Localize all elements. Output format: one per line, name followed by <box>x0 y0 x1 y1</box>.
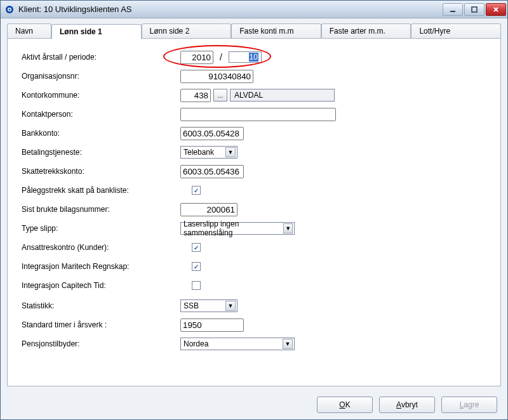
chevron-down-icon: ▼ <box>225 301 236 311</box>
tab-lott-hyre[interactable]: Lott/Hyre <box>411 23 501 38</box>
minimize-button[interactable] <box>443 3 463 16</box>
maximize-button[interactable] <box>464 3 485 16</box>
std-timer-input[interactable] <box>180 318 244 332</box>
type-slipp-value: Laserslipp ingen sammenslåing <box>184 220 281 237</box>
int-maritech-checkbox[interactable]: ✓ <box>192 262 201 271</box>
kontaktperson-input[interactable] <box>180 108 336 121</box>
kontorkommune-name: ALVDAL <box>230 89 335 102</box>
content-area: Navn Lønn side 1 Lønn side 2 Faste konti… <box>1 18 507 419</box>
statistikk-select[interactable]: SSB ▼ <box>180 299 237 312</box>
bankkonto-label: Bankkonto: <box>22 129 180 138</box>
window-controls <box>443 3 506 16</box>
tab-lonn-side-2[interactable]: Lønn side 2 <box>142 23 232 38</box>
type-slipp-select[interactable]: Laserslipp ingen sammenslåing ▼ <box>180 222 295 235</box>
betalingstjeneste-value: Telebank <box>184 148 214 157</box>
skattetrekkskonto-label: Skattetrekkskonto: <box>22 167 180 176</box>
bankkonto-input[interactable] <box>180 127 244 140</box>
pensjon-value: Nordea <box>184 339 208 348</box>
ansattreskontro-label: Ansattreskontro (Kunder): <box>22 243 192 252</box>
tab-faste-arter[interactable]: Faste arter m.m. <box>321 23 411 38</box>
dialog-buttons: OK Avbryt Lagre <box>1 391 507 419</box>
svg-rect-4 <box>472 7 477 12</box>
kontorkommune-lookup-button[interactable]: ... <box>213 89 227 102</box>
close-button[interactable] <box>486 3 506 16</box>
period-separator: / <box>216 52 226 62</box>
kontaktperson-label: Kontaktperson: <box>22 110 180 119</box>
aktivt-year-input[interactable] <box>180 51 213 64</box>
type-slipp-label: Type slipp: <box>22 224 180 233</box>
kontorkommune-code-input[interactable] <box>180 89 211 102</box>
app-icon <box>4 4 15 15</box>
titlebar: Klient: 10 Utviklingsklienten AS <box>1 1 507 18</box>
orgnr-input[interactable] <box>180 70 253 83</box>
statistikk-value: SSB <box>184 301 199 310</box>
pensjon-select[interactable]: Nordea ▼ <box>180 338 295 350</box>
chevron-down-icon: ▼ <box>283 339 293 349</box>
window-title: Klient: 10 Utviklingsklienten AS <box>18 4 443 14</box>
betalingstjeneste-select[interactable]: Telebank ▼ <box>180 146 237 159</box>
orgnr-label: Organisasjonsnr: <box>22 72 180 81</box>
bilagsnr-label: Sist brukte bilagsnummer: <box>22 205 180 214</box>
pensjon-label: Pensjonstilbyder: <box>22 339 180 348</box>
avbryt-button[interactable]: Avbryt <box>379 397 435 413</box>
lagre-button[interactable]: Lagre <box>441 397 497 413</box>
aktivt-period-input[interactable]: 10 <box>229 51 262 63</box>
tab-navn[interactable]: Navn <box>7 23 51 38</box>
int-capitech-label: Integrasjon Capitech Tid: <box>22 281 192 290</box>
betalingstjeneste-label: Betalingstjeneste: <box>22 148 180 157</box>
int-maritech-label: Integrasjon Maritech Regnskap: <box>22 262 192 271</box>
ok-button[interactable]: OK <box>317 397 373 413</box>
tab-lonn-side-1[interactable]: Lønn side 1 <box>51 24 142 39</box>
dialog-window: Klient: 10 Utviklingsklienten AS Navn Lø… <box>0 0 508 420</box>
paleggstrekk-checkbox[interactable]: ✓ <box>192 186 201 195</box>
tab-faste-konti[interactable]: Faste konti m.m <box>231 23 321 38</box>
form-panel: Aktivt årstall / periode: / 10 Organisas… <box>7 38 501 386</box>
aktivt-label: Aktivt årstall / periode: <box>22 53 180 62</box>
skattetrekkskonto-input[interactable] <box>180 165 244 178</box>
statistikk-label: Statistikk: <box>22 301 180 310</box>
svg-point-2 <box>9 8 11 10</box>
std-timer-label: Standard timer i årsverk : <box>22 320 180 329</box>
ansattreskontro-checkbox[interactable]: ✓ <box>192 243 201 252</box>
chevron-down-icon: ▼ <box>283 223 293 233</box>
kontorkommune-label: Kontorkommune: <box>22 91 180 100</box>
bilagsnr-input[interactable] <box>180 203 237 216</box>
int-capitech-checkbox[interactable] <box>192 281 201 290</box>
tabs: Navn Lønn side 1 Lønn side 2 Faste konti… <box>1 18 507 38</box>
svg-rect-3 <box>450 11 455 12</box>
chevron-down-icon: ▼ <box>225 147 236 157</box>
paleggstrekk-label: Påleggstrekk skatt på bankliste: <box>22 186 192 195</box>
